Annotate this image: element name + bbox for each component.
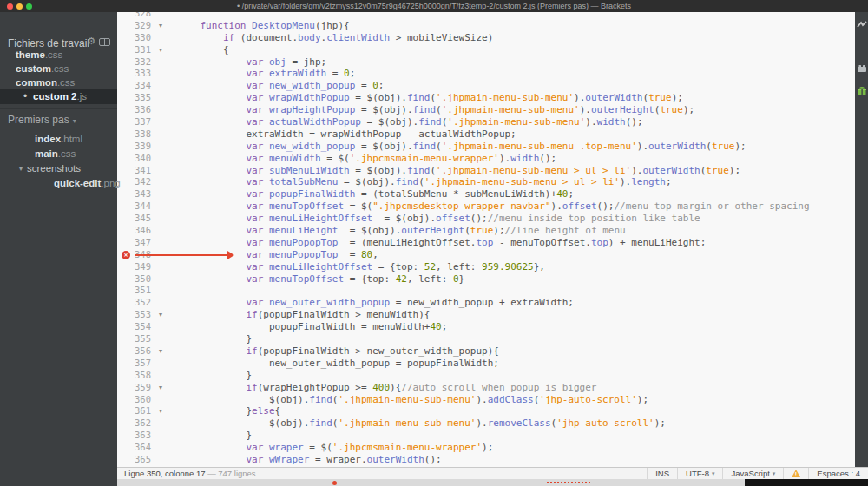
line-number: 342	[135, 176, 151, 188]
gift-extension-icon[interactable]	[857, 86, 867, 96]
fold-arrow-icon[interactable]: ▾	[159, 382, 162, 394]
tree-item[interactable]: ▾screenshots	[0, 161, 117, 176]
code-text[interactable]: if (document.body.clientWidth > mobileVi…	[167, 32, 855, 44]
lint-status[interactable]: !	[783, 468, 808, 479]
line-gutter: 363	[117, 430, 167, 442]
code-line: 357 new_outer_width_popup = popupFinalWi…	[117, 358, 855, 370]
code-token	[263, 165, 269, 176]
code-token: ;	[568, 188, 574, 200]
code-text[interactable]: var wrapHeightPopup = $(obj).find('.jhpm…	[167, 104, 855, 116]
code-token	[263, 68, 269, 79]
code-token: popupFinalWidth	[269, 188, 355, 200]
code-text[interactable]: var actualWidthPopup = $(obj).find('.jhp…	[167, 116, 855, 128]
code-token: }	[459, 273, 465, 285]
code-text[interactable]: function DesktopMenu(jhp){	[167, 20, 855, 32]
code-token: ).	[631, 165, 642, 176]
code-token: '.jhpmain-menu-sub-menu .top-menu'	[442, 141, 637, 152]
code-text[interactable]: var menuPopopTop = (menuLiHeightOffset.t…	[167, 237, 855, 249]
project-name: Premiers pas	[8, 114, 69, 126]
code-text[interactable]: var menuLiHeight = $(obj).outerHeight(tr…	[167, 225, 855, 237]
code-token: popupFinalWidth = menuWidth+	[269, 321, 430, 332]
code-token	[263, 176, 269, 187]
code-text[interactable]: $(obj).find('.jhpmain-menu-sub-menu').ad…	[167, 394, 855, 406]
code-text[interactable]: var menuTopOffset = {top: 42, left: 0}	[167, 273, 855, 286]
code-text[interactable]: var menuWidth = $('.jhpcmsmain-menu-wrap…	[167, 153, 855, 165]
line-gutter: 334	[117, 80, 167, 92]
code-token: var	[246, 153, 263, 164]
code-text[interactable]: var totalSubMenu = $(obj).find('.jhpmain…	[167, 176, 855, 188]
code-text[interactable]: var wWraper = wraper.outerWidth();	[167, 454, 855, 466]
code-text[interactable]: {	[167, 44, 855, 56]
code-text[interactable]: popupFinalWidth = menuWidth+40;	[167, 321, 855, 333]
fold-arrow-icon[interactable]: ▾	[159, 20, 162, 32]
code-text[interactable]: var menuLiHeightOffset = $(obj).offset()…	[167, 213, 855, 225]
working-file-item[interactable]: •custom 2.js	[0, 89, 117, 104]
code-text[interactable]: if(popupFinalWidth > menuWidth){	[167, 309, 855, 321]
code-text[interactable]: var popupFinalWidth = (totalSubMenu * su…	[167, 188, 855, 200]
code-text[interactable]: var new_width_popup = 0;	[167, 80, 855, 92]
code-token: offset	[562, 200, 597, 212]
tree-item[interactable]: main.css	[0, 147, 117, 161]
code-text[interactable]: var menuTopOffset = $(".jhpcmsdesktop-wr…	[167, 200, 855, 213]
code-text[interactable]: var subMenuLiWidth = $(obj).find('.jhpma…	[167, 165, 855, 177]
code-token: '.jhpmain-menu-sub-menu'	[442, 104, 580, 115]
code-token: find	[413, 104, 437, 115]
code-text[interactable]: }	[167, 430, 855, 442]
code-token: menuPopopTop	[269, 237, 338, 248]
fold-arrow-icon[interactable]: ▾	[159, 44, 162, 56]
line-number: 340	[135, 153, 151, 165]
tree-item[interactable]: quick-edit.png	[0, 176, 117, 191]
gear-icon[interactable]: ⚙	[87, 36, 95, 46]
fold-arrow-icon[interactable]: ▾	[159, 309, 162, 321]
code-text[interactable]: var extraWidth = 0;	[167, 68, 855, 80]
code-text[interactable]: extraWidth = wrapWidthPopup - actualWidt…	[167, 128, 855, 141]
fold-arrow-icon[interactable]: ▾	[159, 345, 162, 358]
code-text[interactable]	[167, 285, 855, 297]
code-text[interactable]: var wraper = $('.jhpcmsmain-menu-wrapper…	[167, 442, 855, 454]
code-text[interactable]: var obj = jhp;	[167, 56, 855, 69]
encoding-selector[interactable]: UTF-8 ▾	[677, 468, 722, 479]
disclosure-triangle-icon[interactable]: ▾	[19, 161, 23, 176]
code-text[interactable]: }	[167, 333, 855, 345]
code-text[interactable]: var menuLiHeightOffset = {top: 52, left:…	[167, 261, 855, 273]
code-token: true	[660, 104, 683, 115]
error-marker-icon[interactable]: ✕	[122, 251, 130, 259]
code-token: );	[672, 92, 683, 103]
code-line: 350 var menuTopOffset = {top: 42, left: …	[117, 273, 855, 286]
split-view-icon[interactable]	[99, 38, 110, 46]
code-text[interactable]: if(popupFinalWidth > new_outer_width_pop…	[167, 345, 855, 358]
code-text[interactable]: var menuPopopTop = 80,	[167, 249, 855, 261]
code-text[interactable]: var new_outer_width_popup = new_width_po…	[167, 297, 855, 309]
line-number: 363	[135, 430, 151, 442]
live-preview-icon[interactable]	[857, 20, 867, 30]
code-text[interactable]: if(wrapHeightPopup >= 400){//auto scroll…	[167, 382, 855, 394]
code-line: 339 var new_width_popup = $(obj).find('.…	[117, 141, 855, 153]
language-selector[interactable]: JavaScript ▾	[722, 468, 783, 479]
working-file-item[interactable]: common.css	[0, 76, 117, 89]
line-gutter: 345	[117, 213, 167, 225]
code-token: = {top:	[372, 261, 424, 273]
code-token: actualWidthPopup	[269, 116, 361, 128]
code-token: ).	[476, 394, 487, 405]
extension-manager-icon[interactable]	[857, 63, 867, 74]
code-editor[interactable]: 328329▾ function DesktopMenu(jhp){330 if…	[117, 12, 855, 467]
tree-item[interactable]: index.html	[0, 132, 117, 147]
code-token: ,	[372, 249, 378, 260]
code-text[interactable]: var wrapWidthPopup = $(obj).find('.jhpma…	[167, 92, 855, 104]
project-switcher[interactable]: Premiers pas▾	[8, 114, 76, 126]
background-red-dot	[332, 481, 337, 485]
code-text[interactable]: }	[167, 370, 855, 382]
working-file-item[interactable]: theme.css	[0, 48, 117, 62]
working-file-item[interactable]: custom.css	[0, 62, 117, 76]
code-text[interactable]	[167, 12, 855, 20]
insert-mode-indicator[interactable]: INS	[647, 468, 677, 479]
line-number: 358	[135, 370, 151, 382]
code-token: ;	[378, 80, 385, 91]
code-text[interactable]: new_outer_width_popup = popupFinalWidth;	[167, 358, 855, 370]
code-text[interactable]: }else{	[167, 405, 855, 417]
titlebar: • /private/var/folders/gm/v2tzmyss12v0m7…	[0, 0, 868, 12]
code-text[interactable]: var new_width_popup = $(obj).find('.jhpm…	[167, 141, 855, 153]
fold-arrow-icon[interactable]: ▾	[159, 405, 162, 417]
indent-settings[interactable]: Espaces : 4	[808, 468, 868, 479]
code-text[interactable]: $(obj).find('.jhpmain-menu-sub-menu').re…	[167, 417, 855, 430]
